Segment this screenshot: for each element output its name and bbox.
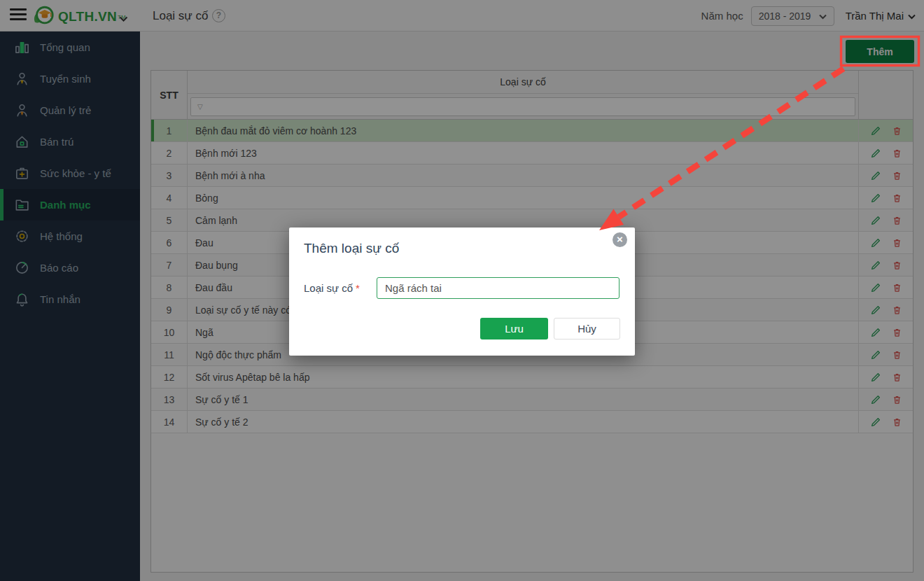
cancel-button[interactable]: Hủy xyxy=(554,318,620,340)
save-button[interactable]: Lưu xyxy=(480,318,548,340)
incident-type-label: Loại sự cố* xyxy=(304,277,360,299)
close-icon[interactable]: × xyxy=(612,232,627,247)
incident-type-input[interactable] xyxy=(377,277,620,299)
add-incident-modal: Thêm loại sự cố × Loại sự cố* Lưu Hủy xyxy=(289,227,635,356)
modal-title: Thêm loại sự cố xyxy=(304,241,399,256)
required-asterisk: * xyxy=(356,282,360,294)
